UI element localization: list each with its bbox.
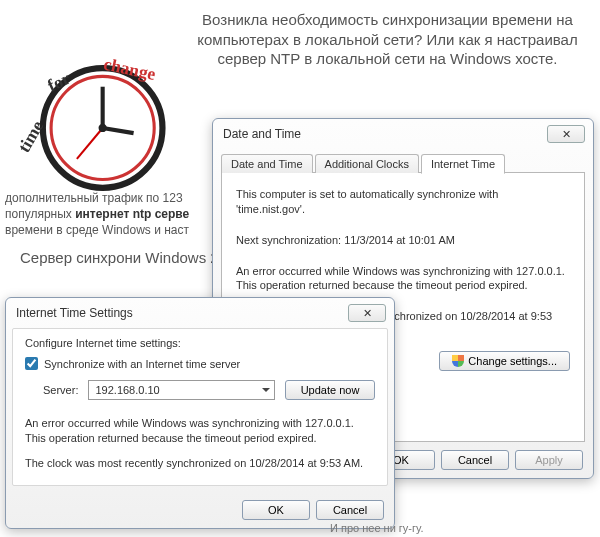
cancel-button[interactable]: Cancel — [316, 500, 384, 520]
window-title: Internet Time Settings — [16, 306, 133, 320]
ok-button[interactable]: OK — [242, 500, 310, 520]
close-button[interactable]: ✕ — [547, 125, 585, 143]
article-body-fragment: дополнительный трафик по 123 популярных … — [5, 190, 189, 239]
change-settings-button[interactable]: Change settings... — [439, 351, 570, 371]
svg-point-5 — [99, 124, 107, 132]
close-icon: ✕ — [562, 128, 571, 141]
tab-date-time[interactable]: Date and Time — [221, 154, 313, 173]
sync-checkbox-label: Synchronize with an Internet time server — [44, 358, 240, 370]
last-sync-text: The clock was most recently synchronized… — [25, 456, 375, 471]
sync-error-text: An error occurred while Windows was sync… — [25, 416, 375, 446]
clock-illustration: time for change — [15, 30, 180, 195]
sync-checkbox[interactable] — [25, 357, 38, 370]
server-combobox[interactable]: 192.168.0.10 — [88, 380, 275, 400]
internet-time-settings-window: Internet Time Settings ✕ Configure Inter… — [5, 297, 395, 529]
tab-bar: Date and Time Additional Clocks Internet… — [221, 154, 589, 173]
update-now-button[interactable]: Update now — [285, 380, 375, 400]
sync-error-text: An error occurred while Windows was sync… — [236, 264, 570, 294]
next-sync-text: Next synchronization: 11/3/2014 at 10:01… — [236, 233, 570, 248]
window-title: Date and Time — [223, 127, 301, 141]
tab-additional-clocks[interactable]: Additional Clocks — [315, 154, 419, 173]
footer-fragment: И про нее ни гу-гу. — [330, 522, 424, 534]
close-icon: ✕ — [363, 307, 372, 320]
configure-label: Configure Internet time settings: — [25, 337, 375, 349]
close-button[interactable]: ✕ — [348, 304, 386, 322]
shield-icon — [452, 355, 464, 367]
server-label: Server: — [43, 384, 78, 396]
cancel-button[interactable]: Cancel — [441, 450, 509, 470]
article-headline: Возникла необходимость синхронизации вре… — [190, 10, 585, 69]
sync-status-text: This computer is set to automatically sy… — [236, 187, 570, 217]
apply-button[interactable]: Apply — [515, 450, 583, 470]
tab-internet-time[interactable]: Internet Time — [421, 154, 505, 174]
sync-checkbox-row[interactable]: Synchronize with an Internet time server — [25, 357, 375, 370]
